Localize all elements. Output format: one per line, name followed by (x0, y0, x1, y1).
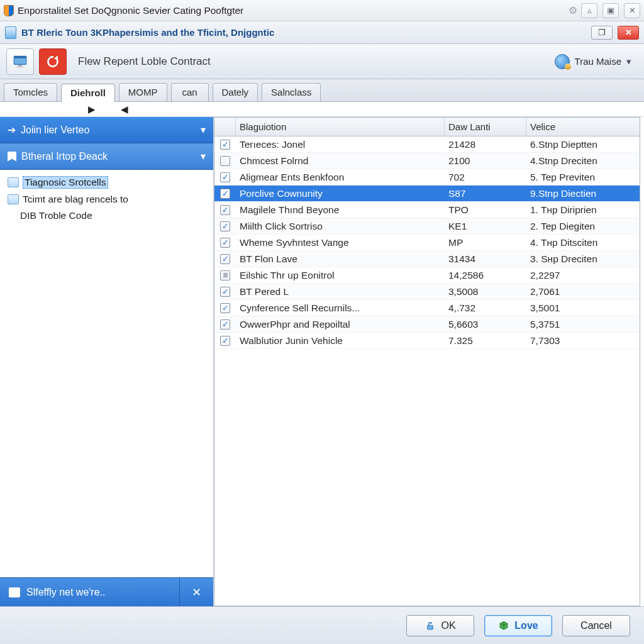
column-header-3[interactable]: Velice (526, 118, 640, 136)
sys-btn-c[interactable]: ✕ (624, 3, 640, 18)
tab-dately[interactable]: Dately (213, 83, 258, 101)
file-icon (8, 177, 19, 187)
cell-name: Eilshic Thr up Eonitrol (236, 270, 445, 281)
tree-item[interactable]: Tcimt are blag rencels to (3, 191, 211, 208)
table-row[interactable]: ✓OwwerPhpr and Repoiltal5,66035,3751 (214, 316, 640, 333)
checkbox[interactable]: ✓ (220, 221, 230, 231)
love-button[interactable]: Love (484, 615, 552, 636)
chevron-down-icon: ▾ (626, 56, 631, 67)
cell-code: 7.325 (445, 335, 526, 347)
arrow-left-icon[interactable]: ◀ (121, 104, 128, 115)
cell-name: Walblutior Junin Vehicle (236, 335, 445, 347)
cell-value: 3,5001 (526, 303, 640, 314)
cell-name: Aligmear Ents Benkfoon (236, 172, 445, 183)
sidebar-footer-close[interactable]: ✕ (179, 578, 213, 606)
cell-code: 702 (445, 172, 526, 183)
cell-value: 2. Tep Diegiten (526, 221, 640, 232)
tab-tomcles[interactable]: Tomcles (4, 83, 57, 101)
column-header-2[interactable]: Daw Lanti (445, 118, 526, 136)
arrow-right-icon[interactable]: ▶ (88, 104, 96, 115)
checkbox[interactable]: ✓ (220, 172, 230, 182)
sidebar: ➔ Joiin lier Verteo ▾ Btheral Irtop Đeac… (0, 117, 214, 606)
gear-icon[interactable]: ⚙ (569, 4, 577, 16)
checkbox[interactable]: ✓ (220, 287, 230, 297)
tree-item-label: Tiagnosic Srotcells (23, 176, 108, 189)
table-row[interactable]: ✓Cynference Sell Recurnils...4,.7323,500… (214, 300, 640, 316)
table-row[interactable]: ✓Terıeces: Jonel214286.Stnp Dieptten (214, 136, 640, 153)
document-icon (5, 26, 16, 39)
arrow-right-icon: ➔ (8, 124, 16, 136)
sidebar-footer: Slfeffly net we're.. ✕ (0, 577, 213, 606)
checkbox[interactable]: ✓ (220, 303, 230, 313)
ok-button[interactable]: OK (406, 615, 474, 636)
dialog-footer: OK Love Cancel (0, 606, 644, 644)
bookmark-icon (8, 152, 16, 162)
restore-button[interactable]: ❐ (591, 26, 613, 40)
cell-name: Porclive Cоwnunity (236, 188, 445, 199)
cell-value: 2,7061 (526, 286, 640, 297)
table-row[interactable]: ≣Eilshic Thr up Eonitrol14,25862,2297 (214, 267, 640, 284)
tab-can[interactable]: can (171, 83, 209, 101)
sidebar-panel-2[interactable]: Btheral Irtop Đeack ▾ (0, 143, 213, 170)
user-name: Trau Maise (575, 56, 621, 67)
list-icon[interactable]: ≣ (220, 270, 230, 280)
column-header-1[interactable]: Blaguiotion (236, 118, 445, 136)
shield-icon (4, 5, 14, 16)
checkbox[interactable]: ✓ (220, 238, 230, 248)
table-row[interactable]: ✓Porclive CоwnunityS879.Stnp Diectien (214, 186, 640, 202)
svg-rect-3 (17, 66, 24, 67)
checkbox[interactable]: ✓ (220, 254, 230, 264)
close-button[interactable]: ✕ (618, 26, 639, 40)
cell-name: BT Pered L (236, 286, 445, 297)
sidebar-footer-button[interactable]: Slfeffly net we're.. (0, 587, 179, 598)
user-dropdown[interactable]: Trau Maise ▾ (548, 51, 638, 72)
refresh-icon (45, 53, 61, 70)
checkbox[interactable] (220, 156, 230, 166)
cell-code: 2100 (445, 155, 526, 167)
table-row[interactable]: Chmcest Folrnd21004.Stnp Dreciten (214, 153, 640, 169)
table-row[interactable]: ✓Magilele Thınd BeyoneTPO1. Tнp Diriprie… (214, 202, 640, 218)
table-row[interactable]: ✓Miilth Click SortrisoKE12. Tep Diegiten (214, 218, 640, 235)
cell-code: S87 (445, 188, 526, 199)
sidebar-footer-label: Slfeffly net we're.. (26, 587, 105, 598)
tree-item[interactable]: Tiagnosic Srotcells (3, 174, 211, 191)
table-row[interactable]: ✓Wheme Syvhntest VaпgeMP4. Tнp Ditsciten (214, 235, 640, 251)
monitor-button[interactable] (6, 48, 34, 75)
globe-icon (555, 54, 570, 69)
sys-btn-a[interactable]: ▵ (581, 3, 597, 18)
sys-btn-b[interactable]: ▣ (602, 3, 619, 18)
table-row[interactable]: ✓BT Pered L3,50082,7061 (214, 284, 640, 300)
table-row[interactable]: ✓Walblutior Junin Vehicle7.3257,7303 (214, 333, 640, 349)
table-row[interactable]: ✓BT Flon Lave314343. Sнp Dreciten (214, 251, 640, 267)
checkbox[interactable]: ✓ (220, 336, 230, 346)
checkbox[interactable]: ✓ (220, 319, 230, 330)
table-row[interactable]: ✓Aligmear Ents Benkfoon7025. Tep Previte… (214, 169, 640, 186)
refresh-button[interactable] (39, 48, 67, 75)
cell-value: 5,3751 (526, 319, 640, 330)
table-header: Blaguiotion Daw Lanti Velice (214, 118, 640, 136)
toolbar: Flew Repent Loble Contract Trau Maise ▾ (0, 44, 644, 79)
checkbox[interactable]: ✓ (220, 189, 230, 199)
monitor-icon (12, 53, 28, 70)
cell-name: Miilth Click Sortriso (236, 221, 445, 232)
cancel-button[interactable]: Cancel (562, 615, 630, 636)
cell-value: 6.Stnp Dieptten (526, 139, 640, 150)
tree-item[interactable]: DIB Troble Code (3, 208, 211, 224)
tree-item-label: DIB Troble Code (20, 210, 92, 221)
sidebar-panel-1[interactable]: ➔ Joiin lier Verteo ▾ (0, 117, 213, 143)
checkbox[interactable]: ✓ (220, 205, 230, 215)
sub-arrow-row: ▶ ◀ (0, 102, 644, 117)
save-icon (9, 587, 20, 597)
tab-diehroll[interactable]: Diehroll (61, 84, 115, 102)
svg-rect-4 (428, 625, 433, 630)
file-icon (8, 194, 19, 204)
document-titlebar: BT Rleric Toun 3KPhapersimis and the Tfi… (0, 21, 644, 44)
toolbar-breadcrumb: Flew Repent Loble Contract (78, 55, 543, 68)
cell-code: 3,5008 (445, 286, 526, 297)
cell-name: OwwerPhpr and Repoiltal (236, 319, 445, 330)
tab-momp[interactable]: MOMP (119, 83, 167, 101)
tab-salnclass[interactable]: Salnclass (262, 83, 321, 101)
checkbox[interactable]: ✓ (220, 140, 230, 150)
cell-code: 14,2586 (445, 270, 526, 281)
cell-value: 1. Tнp Diriprien (526, 204, 640, 216)
